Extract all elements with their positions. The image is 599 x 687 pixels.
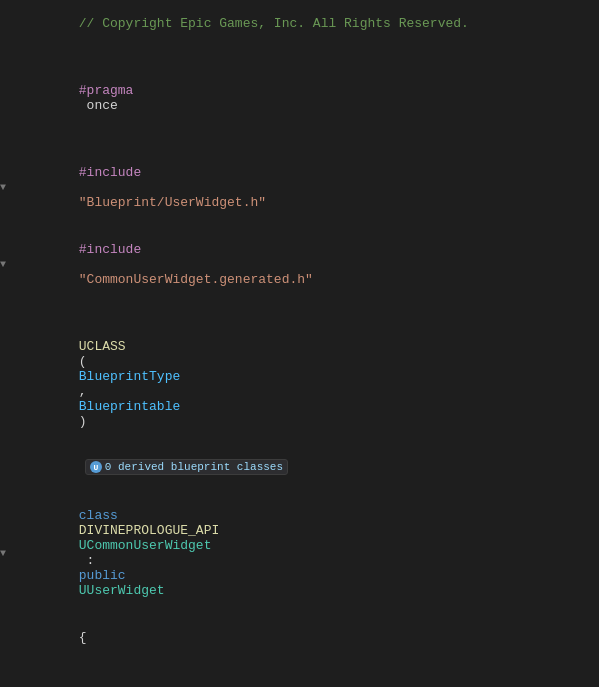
badge-label-blueprint: 0 derived blueprint classes bbox=[105, 461, 283, 473]
code-line-12: GENERATED_BODY () bbox=[0, 661, 599, 687]
line-content-4 bbox=[28, 132, 599, 147]
code-line-10: ▼ class DIVINEPROLOGUE_API UCommonUserWi… bbox=[0, 492, 599, 614]
pragma-once: once bbox=[79, 98, 118, 113]
open-brace-1: { bbox=[79, 630, 87, 645]
parent-class: UUserWidget bbox=[79, 583, 165, 598]
line-content-8: UCLASS ( BlueprintType , Blueprintable ) bbox=[28, 324, 599, 444]
collapse-icon-6[interactable]: ▼ bbox=[0, 259, 6, 270]
code-line-6: ▼ #include "CommonUserWidget.generated.h… bbox=[0, 226, 599, 303]
include-keyword-1: #include bbox=[79, 165, 141, 180]
line-content-6: #include "CommonUserWidget.generated.h" bbox=[28, 227, 599, 302]
blueprintable: Blueprintable bbox=[79, 399, 180, 414]
include-path-1: "Blueprint/UserWidget.h" bbox=[79, 195, 266, 210]
code-line-11: { bbox=[0, 614, 599, 661]
pragma-keyword: #pragma bbox=[79, 83, 134, 98]
code-line-8: UCLASS ( BlueprintType , Blueprintable ) bbox=[0, 323, 599, 445]
code-editor: // Copyright Epic Games, Inc. All Rights… bbox=[0, 0, 599, 687]
badge-icon-blueprint: U bbox=[90, 461, 102, 473]
line-content-11: { bbox=[28, 615, 599, 660]
line-content-12: GENERATED_BODY () bbox=[28, 662, 599, 687]
line-content-10: class DIVINEPROLOGUE_API UCommonUserWidg… bbox=[28, 493, 599, 613]
line-content-5: #include "Blueprint/UserWidget.h" bbox=[28, 150, 599, 225]
code-line-5: ▼ #include "Blueprint/UserWidget.h" bbox=[0, 149, 599, 226]
class-keyword: class bbox=[79, 508, 126, 523]
code-line-3: #pragma once bbox=[0, 67, 599, 129]
line-content-2 bbox=[28, 50, 599, 65]
uclass-close: ) bbox=[79, 414, 87, 429]
comma1: , bbox=[79, 384, 95, 399]
colon-public: : bbox=[79, 553, 102, 568]
class-name: UCommonUserWidget bbox=[79, 538, 212, 553]
collapse-icon-5[interactable]: ▼ bbox=[0, 182, 6, 193]
include-space-1 bbox=[79, 180, 87, 195]
uclass-open: ( bbox=[79, 354, 87, 369]
line-content-1: // Copyright Epic Games, Inc. All Rights… bbox=[28, 1, 599, 46]
code-line-4 bbox=[0, 129, 599, 149]
code-line-2 bbox=[0, 47, 599, 67]
public-keyword: public bbox=[79, 568, 134, 583]
include-path-2: "CommonUserWidget.generated.h" bbox=[79, 272, 313, 287]
line-content-3: #pragma once bbox=[28, 68, 599, 128]
code-line-7 bbox=[0, 303, 599, 323]
comment-text: // Copyright Epic Games, Inc. All Rights… bbox=[79, 16, 469, 31]
uclass-macro: UCLASS bbox=[79, 339, 126, 354]
blueprint-classes-badge[interactable]: U 0 derived blueprint classes bbox=[85, 459, 288, 475]
code-line-9: U 0 derived blueprint classes bbox=[28, 443, 599, 491]
code-line-1: // Copyright Epic Games, Inc. All Rights… bbox=[0, 0, 599, 47]
line-content-9: U 0 derived blueprint classes bbox=[28, 444, 599, 490]
include-keyword-2: #include bbox=[79, 242, 141, 257]
line-content-7 bbox=[28, 306, 599, 321]
include-space-2 bbox=[79, 257, 87, 272]
blueprint-type: BlueprintType bbox=[79, 369, 180, 384]
api-macro: DIVINEPROLOGUE_API bbox=[79, 523, 227, 538]
collapse-icon-10[interactable]: ▼ bbox=[0, 548, 6, 559]
